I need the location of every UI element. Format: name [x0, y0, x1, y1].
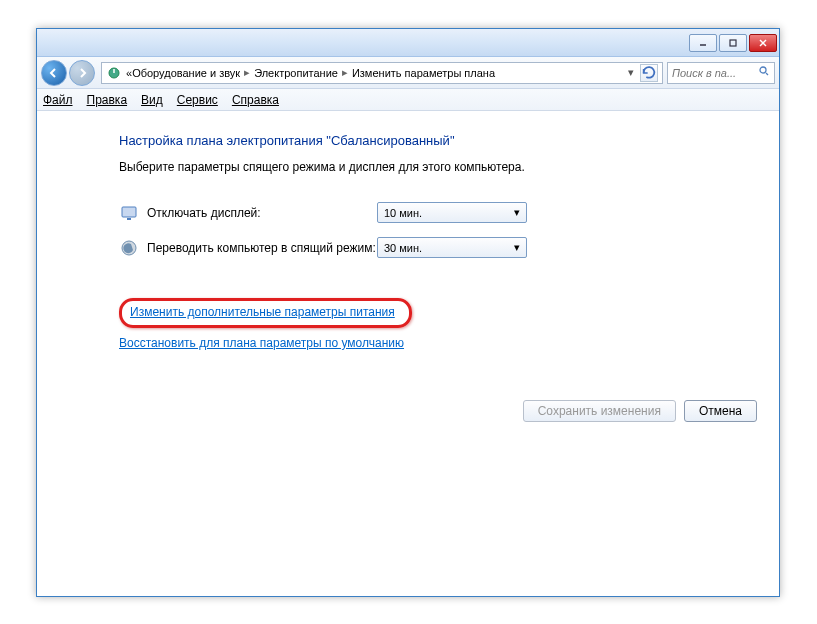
- display-icon: [119, 203, 139, 223]
- menu-view[interactable]: Вид: [141, 93, 163, 107]
- page-subtitle: Выберите параметры спящего режима и дисп…: [119, 160, 697, 174]
- refresh-button[interactable]: [640, 64, 658, 82]
- window-frame: « Оборудование и звук ▸ Электропитание ▸…: [36, 28, 780, 597]
- chevron-down-icon[interactable]: ▾: [628, 66, 634, 79]
- svg-rect-7: [122, 207, 136, 217]
- chevron-right-icon: ▸: [342, 66, 348, 79]
- maximize-button[interactable]: [719, 34, 747, 52]
- svg-rect-8: [127, 218, 131, 220]
- searchbox[interactable]: [667, 62, 775, 84]
- chevron-down-icon: ▾: [514, 241, 520, 254]
- sleep-icon: [119, 238, 139, 258]
- sleep-label: Переводить компьютер в спящий режим:: [147, 241, 377, 255]
- menubar: Файл Правка Вид Сервис Справка: [37, 89, 779, 111]
- advanced-settings-link[interactable]: Изменить дополнительные параметры питани…: [130, 305, 395, 319]
- breadcrumb-item[interactable]: Оборудование и звук: [132, 67, 240, 79]
- addressbar[interactable]: « Оборудование и звук ▸ Электропитание ▸…: [101, 62, 663, 84]
- svg-rect-1: [730, 40, 736, 46]
- chevron-down-icon: ▾: [514, 206, 520, 219]
- page-title: Настройка плана электропитания "Сбаланси…: [119, 133, 697, 148]
- display-off-label: Отключать дисплей:: [147, 206, 377, 220]
- sleep-select[interactable]: 30 мин. ▾: [377, 237, 527, 258]
- display-off-select[interactable]: 10 мин. ▾: [377, 202, 527, 223]
- close-button[interactable]: [749, 34, 777, 52]
- navbar: « Оборудование и звук ▸ Электропитание ▸…: [37, 57, 779, 89]
- cancel-button[interactable]: Отмена: [684, 400, 757, 422]
- setting-row-display: Отключать дисплей: 10 мин. ▾: [119, 202, 697, 223]
- highlight-annotation: Изменить дополнительные параметры питани…: [119, 298, 412, 328]
- content-area: Настройка плана электропитания "Сбаланси…: [37, 111, 779, 596]
- save-button: Сохранить изменения: [523, 400, 676, 422]
- setting-row-sleep: Переводить компьютер в спящий режим: 30 …: [119, 237, 697, 258]
- restore-defaults-link[interactable]: Восстановить для плана параметры по умол…: [119, 336, 404, 350]
- svg-point-5: [760, 67, 766, 73]
- button-row: Сохранить изменения Отмена: [119, 400, 757, 422]
- svg-line-6: [766, 73, 768, 75]
- minimize-button[interactable]: [689, 34, 717, 52]
- breadcrumb-item[interactable]: Изменить параметры плана: [352, 67, 495, 79]
- links-block: Изменить дополнительные параметры питани…: [119, 298, 697, 350]
- search-input[interactable]: [672, 67, 758, 79]
- search-icon: [758, 65, 770, 80]
- back-button[interactable]: [41, 60, 67, 86]
- menu-file[interactable]: Файл: [43, 93, 73, 107]
- power-plan-icon: [106, 65, 122, 81]
- menu-tools[interactable]: Сервис: [177, 93, 218, 107]
- menu-edit[interactable]: Правка: [87, 93, 128, 107]
- forward-button[interactable]: [69, 60, 95, 86]
- breadcrumb-item[interactable]: Электропитание: [254, 67, 338, 79]
- menu-help[interactable]: Справка: [232, 93, 279, 107]
- titlebar: [37, 29, 779, 57]
- chevron-right-icon: ▸: [244, 66, 250, 79]
